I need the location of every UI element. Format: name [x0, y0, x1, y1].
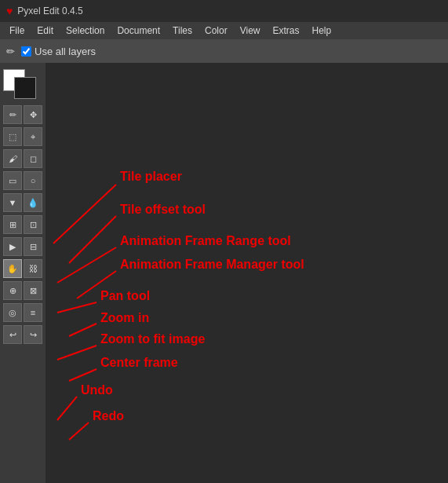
- tool-row-9: ⊕ ⊠: [0, 280, 46, 302]
- svg-line-4: [57, 302, 97, 313]
- tile-offset-label: Tile offset tool: [120, 203, 206, 216]
- pan-tool-label: Pan tool: [100, 289, 150, 302]
- tile-placer-button[interactable]: ⊞: [3, 215, 22, 234]
- anim-frame-manager-button[interactable]: ⊟: [24, 237, 42, 256]
- svg-line-0: [53, 185, 116, 243]
- color-swatch-area[interactable]: [3, 69, 42, 101]
- brush-tool-button[interactable]: 🖌: [3, 149, 22, 168]
- ellipse-tool-button[interactable]: ○: [24, 171, 42, 190]
- svg-line-8: [57, 397, 77, 420]
- center-frame-button[interactable]: ◎: [3, 303, 22, 322]
- redo-button[interactable]: ↪: [24, 325, 42, 344]
- tool-row-7: ▶ ⊟: [0, 236, 46, 258]
- svg-line-2: [57, 247, 116, 283]
- menu-document[interactable]: Document: [111, 24, 166, 38]
- use-all-layers-area: Use all layers: [21, 46, 96, 57]
- annotation-overlay: Tile placer Tile offset tool Animation F…: [46, 63, 448, 483]
- menu-edit[interactable]: Edit: [31, 24, 60, 38]
- pan-tool-button[interactable]: ✋: [3, 259, 22, 278]
- menu-color[interactable]: Color: [199, 24, 234, 38]
- toolbar: ✏ Use all layers: [0, 39, 448, 63]
- use-all-layers-label: Use all layers: [35, 46, 96, 57]
- app-title: Pyxel Edit 0.4.5: [17, 5, 82, 16]
- use-all-layers-checkbox[interactable]: [21, 46, 31, 57]
- svg-line-5: [69, 324, 97, 336]
- tool-row-1: ✏ ✥: [0, 104, 46, 126]
- tool-row-4: ▭ ○: [0, 170, 46, 192]
- zoom-in-button[interactable]: ⊕: [3, 281, 22, 300]
- layers-button[interactable]: ≡: [24, 303, 42, 322]
- toolbox: ✏ ✥ ⬚ ⌖ 🖌 ◻ ▭ ○ ▼ 💧 ⊞ ⊡ ▶: [0, 63, 46, 483]
- menu-tiles[interactable]: Tiles: [166, 24, 199, 38]
- app-icon: ♥: [6, 5, 13, 17]
- menu-bar: File Edit Selection Document Tiles Color…: [0, 22, 448, 39]
- svg-line-6: [57, 346, 97, 360]
- eraser-tool-button[interactable]: ◻: [24, 149, 42, 168]
- tool-row-2: ⬚ ⌖: [0, 126, 46, 148]
- tool-row-6: ⊞ ⊡: [0, 214, 46, 236]
- center-frame-label: Center frame: [100, 356, 178, 369]
- tool-row-11: ↩ ↪: [0, 324, 46, 346]
- svg-line-3: [77, 271, 116, 298]
- lasso-tool-button[interactable]: ⌖: [24, 127, 42, 146]
- redo-label: Redo: [93, 409, 124, 423]
- undo-button[interactable]: ↩: [3, 325, 22, 344]
- main-area: ✏ ✥ ⬚ ⌖ 🖌 ◻ ▭ ○ ▼ 💧 ⊞ ⊡ ▶: [0, 63, 448, 483]
- anim-frame-manager-label: Animation Frame Manager tool: [120, 258, 304, 271]
- menu-selection[interactable]: Selection: [60, 24, 111, 38]
- tool-row-5: ▼ 💧: [0, 192, 46, 214]
- svg-line-9: [69, 423, 89, 440]
- tool-row-8: ✋ ⛓: [0, 258, 46, 280]
- pencil-tool-icon[interactable]: ✏: [6, 46, 15, 57]
- link-tool-button[interactable]: ⛓: [24, 259, 42, 278]
- tool-row-3: 🖌 ◻: [0, 148, 46, 170]
- menu-file[interactable]: File: [3, 24, 31, 38]
- menu-extras[interactable]: Extras: [266, 24, 305, 38]
- canvas-area: Tile placer Tile offset tool Animation F…: [46, 63, 448, 483]
- move-tool-button[interactable]: ✥: [24, 105, 42, 124]
- anim-frame-range-label: Animation Frame Range tool: [120, 234, 291, 247]
- foreground-color-swatch[interactable]: [14, 77, 36, 99]
- select-rect-tool-button[interactable]: ⬚: [3, 127, 22, 146]
- rect-tool-button[interactable]: ▭: [3, 171, 22, 190]
- menu-help[interactable]: Help: [306, 24, 338, 38]
- fill-tool-button[interactable]: ▼: [3, 193, 22, 212]
- zoom-fit-label: Zoom to fit image: [100, 332, 205, 346]
- tool-row-10: ◎ ≡: [0, 302, 46, 324]
- tile-offset-button[interactable]: ⊡: [24, 215, 42, 234]
- eyedrop-tool-button[interactable]: 💧: [24, 193, 42, 212]
- undo-label: Undo: [81, 383, 113, 397]
- svg-line-1: [69, 216, 116, 263]
- zoom-in-label: Zoom in: [100, 311, 149, 324]
- zoom-fit-button[interactable]: ⊠: [24, 281, 42, 300]
- pencil-tool-button[interactable]: ✏: [3, 105, 22, 124]
- tile-placer-label: Tile placer: [120, 170, 182, 183]
- svg-line-7: [69, 369, 97, 381]
- title-bar: ♥ Pyxel Edit 0.4.5: [0, 0, 448, 22]
- menu-view[interactable]: View: [234, 24, 267, 38]
- anim-frame-range-button[interactable]: ▶: [3, 237, 22, 256]
